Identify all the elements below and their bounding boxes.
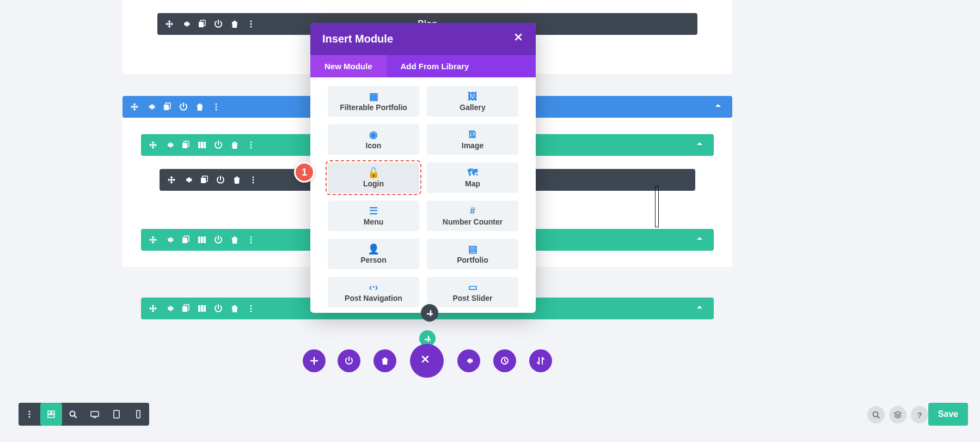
nav-icon: ‹·› [369, 282, 378, 292]
modal-title: Insert Module [322, 33, 393, 45]
portfolio-icon: ▤ [468, 244, 477, 254]
grid-icon: ▦ [369, 92, 378, 101]
collapse-icon[interactable] [695, 140, 704, 150]
trash-icon[interactable] [230, 304, 239, 313]
columns-icon[interactable] [198, 304, 206, 313]
move-icon[interactable] [149, 141, 157, 149]
trash-icon[interactable] [232, 175, 241, 184]
target-icon: ◉ [369, 130, 378, 140]
trash-icon[interactable] [195, 102, 204, 111]
menu-icon: ☰ [369, 206, 378, 216]
collapse-icon[interactable] [695, 234, 704, 245]
fab-history[interactable] [493, 349, 516, 372]
copy-icon[interactable] [181, 235, 190, 244]
fab-add[interactable] [303, 349, 326, 372]
gear-icon[interactable] [165, 304, 174, 313]
hash-icon: # [470, 206, 475, 216]
gallery-icon: 🖼 [468, 92, 477, 101]
module-icon[interactable]: ◉Icon [328, 124, 419, 155]
power-icon[interactable] [214, 20, 223, 28]
gear-icon[interactable] [181, 20, 190, 28]
columns-icon[interactable] [198, 235, 206, 244]
gear-icon[interactable] [183, 175, 192, 184]
modal-tabs: New Module Add From Library [310, 55, 536, 77]
toolbar-tablet[interactable] [106, 403, 127, 426]
person-icon: 👤 [367, 244, 379, 254]
dots-icon[interactable] [249, 175, 258, 184]
module-menu[interactable]: ☰Menu [328, 201, 419, 231]
fab-settings[interactable] [457, 349, 480, 372]
power-icon[interactable] [214, 304, 223, 313]
tab-new-module[interactable]: New Module [310, 55, 387, 77]
module-login[interactable]: 🔓Login [328, 162, 419, 193]
power-icon[interactable] [179, 102, 188, 111]
toolbar-menu[interactable] [19, 403, 40, 426]
fab-power[interactable] [338, 349, 360, 372]
add-row-button[interactable] [421, 304, 438, 322]
fab-sort[interactable] [529, 349, 552, 372]
dots-icon[interactable] [247, 20, 255, 28]
search-button[interactable] [867, 406, 885, 423]
dots-icon[interactable] [212, 102, 220, 111]
gear-icon[interactable] [165, 141, 174, 149]
move-icon[interactable] [167, 175, 176, 184]
fab-close[interactable] [410, 344, 444, 378]
layers-button[interactable] [889, 406, 906, 423]
collapse-icon[interactable] [695, 303, 704, 314]
insert-module-modal: Insert Module New Module Add From Librar… [310, 23, 536, 313]
toolbar-phone[interactable] [127, 403, 149, 426]
copy-icon[interactable] [200, 175, 209, 184]
toolbar-desktop[interactable] [84, 403, 106, 426]
power-icon[interactable] [214, 235, 223, 244]
gear-icon[interactable] [146, 102, 155, 111]
dots-icon[interactable] [247, 141, 255, 149]
frame-edge [655, 186, 659, 227]
map-icon: 🗺 [468, 168, 477, 178]
modal-header: Insert Module [310, 23, 536, 55]
move-icon[interactable] [149, 235, 157, 244]
module-number-counter[interactable]: #Number Counter [427, 201, 518, 231]
power-icon[interactable] [214, 141, 223, 149]
slider-icon: ▭ [468, 282, 477, 292]
trash-icon[interactable] [230, 20, 239, 28]
dots-icon[interactable] [247, 235, 255, 244]
move-icon[interactable] [149, 304, 157, 313]
image-icon: 🖻 [468, 130, 477, 140]
save-button[interactable]: Save [928, 403, 968, 426]
module-filterable-portfolio[interactable]: ▦Filterable Portfolio [328, 86, 419, 117]
copy-icon[interactable] [163, 102, 171, 111]
module-portfolio[interactable]: ▤Portfolio [427, 239, 518, 269]
toolbar-zoom[interactable] [62, 403, 84, 426]
module-post-navigation[interactable]: ‹·›Post Navigation [328, 277, 419, 307]
gear-icon[interactable] [165, 235, 174, 244]
dots-icon[interactable] [247, 304, 255, 313]
view-toolbar [19, 403, 149, 426]
trash-icon[interactable] [230, 141, 239, 149]
module-grid: ▦Filterable Portfolio 🖼Gallery ◉Icon 🖻Im… [310, 77, 536, 313]
module-gallery[interactable]: 🖼Gallery [427, 86, 518, 117]
fab-trash[interactable] [373, 349, 396, 372]
copy-icon[interactable] [181, 141, 190, 149]
columns-icon[interactable] [198, 141, 206, 149]
tab-add-from-library[interactable]: Add From Library [387, 55, 483, 77]
annotation-badge-1: 1 [294, 162, 315, 183]
module-map[interactable]: 🗺Map [427, 162, 518, 193]
trash-icon[interactable] [230, 235, 239, 244]
power-icon[interactable] [216, 175, 225, 184]
copy-icon[interactable] [198, 20, 206, 28]
collapse-icon[interactable] [714, 101, 722, 112]
close-icon[interactable] [514, 33, 524, 45]
move-icon[interactable] [165, 20, 174, 28]
help-button[interactable]: ? [911, 406, 928, 423]
move-icon[interactable] [130, 102, 139, 111]
module-person[interactable]: 👤Person [328, 239, 419, 269]
copy-icon[interactable] [181, 304, 190, 313]
module-image[interactable]: 🖻Image [427, 124, 518, 155]
toolbar-wireframe[interactable] [40, 403, 62, 426]
lock-icon: 🔓 [367, 168, 379, 178]
module-post-slider[interactable]: ▭Post Slider [427, 277, 518, 307]
